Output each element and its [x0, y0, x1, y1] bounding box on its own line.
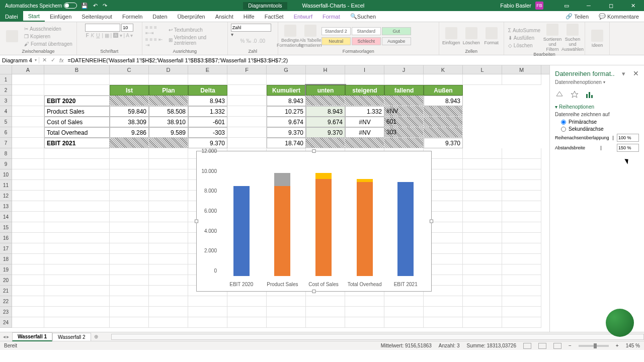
cell[interactable]: [188, 74, 227, 85]
ideas-button[interactable]: Ideen: [588, 30, 606, 48]
cond-format-button[interactable]: Bedingte Formatierung: [281, 25, 299, 48]
cell[interactable]: [12, 264, 44, 275]
cell[interactable]: [502, 264, 541, 275]
bar-segment[interactable]: [315, 179, 332, 276]
col-header[interactable]: G: [267, 65, 306, 74]
cell[interactable]: [149, 254, 188, 264]
cell[interactable]: [306, 138, 345, 148]
cell[interactable]: 9.370: [188, 138, 227, 148]
find-select-button[interactable]: Suchen und Auswählen: [564, 24, 582, 52]
tab-layout[interactable]: Seitenlayout: [76, 11, 117, 22]
cell[interactable]: [188, 307, 227, 317]
cell[interactable]: [345, 96, 384, 106]
pane-close-icon[interactable]: ✕: [633, 69, 639, 77]
number-format-input[interactable]: [231, 24, 271, 32]
cell[interactable]: Delta: [188, 85, 227, 96]
series-options-icon[interactable]: [585, 90, 594, 99]
cell[interactable]: [12, 138, 44, 148]
row-header[interactable]: 23: [0, 307, 12, 317]
cell[interactable]: [267, 296, 306, 307]
tab-factset[interactable]: FactSet: [260, 11, 289, 22]
cell[interactable]: 9.286: [110, 127, 149, 138]
wrap-text-button[interactable]: ↩ Textumbruch: [168, 27, 224, 33]
cell[interactable]: [227, 317, 267, 328]
tab-file[interactable]: Datei: [0, 11, 23, 22]
cell[interactable]: 9.589: [149, 127, 188, 138]
col-header[interactable]: A: [12, 65, 44, 74]
cell[interactable]: [267, 74, 306, 85]
cell[interactable]: 9.370: [424, 138, 463, 148]
cell[interactable]: [227, 96, 267, 106]
row-header[interactable]: 24: [0, 317, 12, 328]
cell[interactable]: [12, 96, 44, 106]
name-box[interactable]: Diagramm 4▾: [0, 57, 39, 63]
cell[interactable]: [110, 222, 149, 233]
cell[interactable]: [12, 148, 44, 159]
row-header[interactable]: 17: [0, 243, 12, 254]
cell[interactable]: [110, 254, 149, 264]
cell[interactable]: [502, 317, 541, 328]
tab-view[interactable]: Ansicht: [210, 11, 238, 22]
tab-formulas[interactable]: Formeln: [117, 11, 147, 22]
sheet-nav-prev-icon[interactable]: ◂: [3, 334, 6, 339]
row-header[interactable]: 1: [0, 74, 12, 85]
cell[interactable]: [149, 148, 188, 159]
sheet-tab-1[interactable]: Wasserfall 1: [12, 332, 52, 341]
cell[interactable]: unten: [306, 85, 345, 96]
cell[interactable]: [463, 286, 502, 296]
cell[interactable]: [12, 201, 44, 212]
cell[interactable]: [12, 307, 44, 317]
cell[interactable]: [12, 233, 44, 243]
cell[interactable]: EBIT 2021: [44, 138, 110, 148]
cell[interactable]: [110, 243, 149, 254]
cell[interactable]: [306, 307, 345, 317]
cell[interactable]: [502, 243, 541, 254]
cell[interactable]: [502, 148, 541, 159]
maximize-icon[interactable]: ◻: [602, 0, 620, 11]
cell[interactable]: [502, 159, 541, 169]
row-header[interactable]: 19: [0, 264, 12, 275]
cell[interactable]: Plan: [149, 85, 188, 96]
cell[interactable]: [12, 117, 44, 127]
tab-format[interactable]: Format: [317, 11, 345, 22]
cell[interactable]: 10.275: [267, 106, 306, 117]
fill-button[interactable]: ⬇ Ausfüllen: [507, 35, 541, 41]
pane-subtitle[interactable]: Datenreihenoptionen: [555, 79, 602, 85]
cell[interactable]: [267, 317, 306, 328]
paste-button[interactable]: [3, 30, 21, 42]
cell[interactable]: [188, 317, 227, 328]
cell[interactable]: [44, 317, 110, 328]
cell[interactable]: 1.332: [188, 106, 227, 117]
cell[interactable]: Ist: [110, 85, 149, 96]
cell[interactable]: 9.370: [267, 127, 306, 138]
bar-segment[interactable]: [274, 173, 290, 187]
cell[interactable]: [44, 201, 110, 212]
cell[interactable]: #NV: [345, 117, 384, 127]
cell-style[interactable]: Neutral: [321, 37, 351, 45]
cell[interactable]: -303: [188, 127, 227, 138]
cell[interactable]: [463, 307, 502, 317]
cell[interactable]: [502, 169, 541, 180]
cell[interactable]: [463, 159, 502, 169]
cell[interactable]: [110, 201, 149, 212]
cell[interactable]: [384, 307, 424, 317]
minimize-icon[interactable]: ─: [580, 0, 598, 11]
cell[interactable]: [424, 106, 463, 117]
cell[interactable]: [12, 254, 44, 264]
cell[interactable]: [149, 275, 188, 286]
cell[interactable]: [306, 74, 345, 85]
cell[interactable]: [502, 307, 541, 317]
tab-help[interactable]: Hilfe: [238, 11, 260, 22]
row-header[interactable]: 11: [0, 180, 12, 191]
col-header[interactable]: E: [188, 65, 227, 74]
tab-review[interactable]: Überprüfen: [173, 11, 210, 22]
cell[interactable]: [463, 254, 502, 264]
cell[interactable]: [110, 180, 149, 191]
col-header[interactable]: B: [44, 65, 110, 74]
save-icon[interactable]: 💾: [81, 3, 88, 9]
worksheet-grid[interactable]: ABCDEFGHIJKLM 12IstPlanDeltaKumuliertunt…: [0, 65, 549, 332]
cell[interactable]: [44, 74, 110, 85]
copy-button[interactable]: ❐ Kopieren: [23, 33, 73, 40]
cell[interactable]: [44, 169, 110, 180]
row-header[interactable]: 18: [0, 254, 12, 264]
